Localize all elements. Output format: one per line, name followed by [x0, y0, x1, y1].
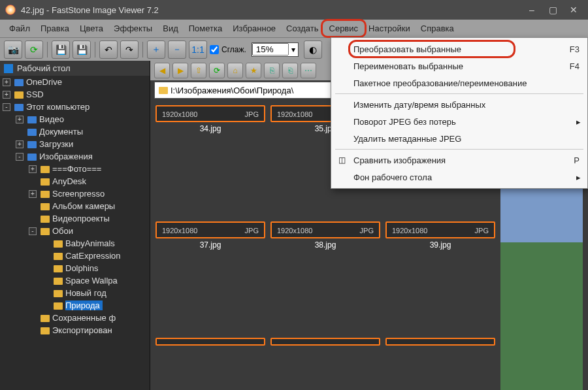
zoom-select[interactable]: ▾ — [252, 42, 299, 57]
expand-toggle[interactable]: + — [29, 190, 37, 198]
tree-item-label: Альбом камеры — [52, 201, 115, 211]
tree-item[interactable]: CatExpression — [0, 250, 150, 262]
menu-справка[interactable]: Справка — [416, 21, 459, 36]
nav-home-button[interactable]: ⌂ — [227, 63, 243, 78]
menu-item-label: Пакетное преобразование/переименование — [353, 78, 527, 88]
menu-файл[interactable]: Файл — [4, 21, 35, 36]
tree-item[interactable]: -Этот компьютер — [0, 101, 150, 113]
nav-up-button[interactable]: ⇧ — [191, 63, 206, 78]
tree-item[interactable]: Space Wallpa — [0, 274, 150, 287]
expand-toggle[interactable]: - — [16, 153, 24, 161]
tree-header[interactable]: Рабочий стол — [0, 61, 150, 76]
tree-item[interactable]: +Screenpresso — [0, 187, 150, 200]
menu-item[interactable]: Пакетное преобразование/переименование — [331, 74, 587, 91]
menu-item[interactable]: Преобразовать выбранныеF3 — [331, 41, 587, 57]
menu-item[interactable]: Переименовать выбранныеF4 — [331, 57, 587, 74]
menu-правка[interactable]: Правка — [35, 21, 74, 36]
tree-item[interactable]: Альбом камеры — [0, 200, 150, 212]
nav-fwd-button[interactable]: ▶ — [172, 63, 188, 78]
menu-item[interactable]: ◫Сравнить изображенияP — [331, 152, 587, 169]
zoom-value[interactable] — [252, 43, 289, 56]
menu-пометка[interactable]: Пометка — [184, 21, 227, 36]
nav-paste-button[interactable]: ⎗ — [282, 63, 298, 78]
menu-вид[interactable]: Вид — [157, 21, 184, 36]
thumbnail-item[interactable] — [270, 338, 380, 390]
tree-item[interactable]: AnyDesk — [0, 175, 150, 187]
expand-toggle[interactable]: + — [29, 165, 37, 173]
expand-toggle[interactable]: + — [16, 116, 24, 123]
thumbnail-item[interactable]: 1920x1080JPG39.jpg — [385, 221, 495, 333]
tree-item[interactable]: -Обои — [0, 225, 150, 237]
expand-toggle[interactable]: - — [29, 227, 37, 235]
tree-item[interactable]: BabyAnimals — [0, 237, 150, 250]
tree-item[interactable]: +SSD — [0, 88, 150, 101]
thumbnail-item[interactable]: 1920x1080JPG38.jpg — [270, 221, 380, 333]
tree-item[interactable]: Природа — [0, 299, 150, 312]
menu-эффекты[interactable]: Эффекты — [108, 21, 157, 36]
tree-item[interactable]: Dolphins — [0, 262, 150, 274]
zoom-slider-button[interactable]: ◐ — [304, 41, 322, 59]
tree-item-label: Документы — [39, 127, 83, 137]
tree-item[interactable]: +===Фото=== — [0, 163, 150, 175]
redo-button[interactable]: ↷ — [120, 41, 139, 59]
menu-цвета[interactable]: Цвета — [74, 21, 108, 36]
folder-tree[interactable]: Рабочий стол +OneDrive+SSD-Этот компьюте… — [0, 61, 150, 390]
menu-создать[interactable]: Создать — [281, 21, 323, 36]
tree-item-label: CatExpression — [65, 251, 121, 261]
menu-item-label: Фон рабочего стола — [353, 172, 432, 182]
fit-button[interactable]: 1:1 — [189, 41, 207, 59]
menu-item-shortcut: P — [574, 155, 580, 165]
tree-item[interactable]: Новый год — [0, 287, 150, 299]
reload-button[interactable]: ⟳ — [25, 41, 43, 59]
nav-more-button[interactable]: ⋯ — [301, 63, 316, 78]
expand-toggle[interactable]: + — [3, 91, 10, 99]
undo-button[interactable]: ↶ — [99, 41, 118, 59]
window-controls: – ▢ ✕ — [523, 3, 583, 16]
zoom-out-button[interactable]: － — [168, 41, 186, 59]
folder-icon — [14, 79, 24, 86]
zoom-in-button[interactable]: ＋ — [147, 41, 165, 59]
thumbnail-item[interactable]: 1920x1080JPG37.jpg — [155, 221, 265, 333]
nav-refresh-button[interactable]: ⟳ — [209, 63, 225, 78]
smooth-check-input[interactable] — [210, 45, 219, 54]
expand-toggle[interactable]: + — [16, 140, 24, 148]
nav-fav-button[interactable]: ★ — [246, 63, 261, 78]
menu-item[interactable]: Фон рабочего стола — [331, 169, 587, 186]
minimize-button[interactable]: – — [523, 3, 541, 16]
expand-toggle[interactable]: + — [3, 78, 10, 86]
menu-item[interactable]: Удалить метаданные JPEG — [331, 130, 587, 147]
tree-item[interactable]: +Загрузки — [0, 138, 150, 150]
menu-сервис[interactable]: Сервис — [324, 21, 364, 36]
thumbnail-item[interactable] — [385, 338, 495, 390]
menu-item[interactable]: Изменить дату/время выбранных — [331, 96, 587, 113]
folder-icon — [54, 302, 63, 310]
menu-item-shortcut: F3 — [570, 44, 580, 54]
maximize-button[interactable]: ▢ — [544, 3, 562, 16]
tree-item[interactable]: Экспортирован — [0, 324, 150, 336]
tree-item-label: Изображения — [39, 152, 93, 161]
menu-item-icon: ◫ — [336, 155, 347, 165]
smooth-label: Сглаж. — [221, 45, 246, 54]
save-button[interactable]: 💾 — [52, 41, 70, 59]
thumbnail-item[interactable]: 1920x1080JPG34.jpg — [155, 105, 265, 216]
menu-избранное[interactable]: Избранное — [227, 21, 281, 36]
tree-item[interactable]: +Видео — [0, 113, 150, 125]
nav-copy-button[interactable]: ⎘ — [264, 63, 280, 78]
nav-back-button[interactable]: ◀ — [154, 63, 170, 78]
thumbnail-item[interactable] — [155, 338, 265, 390]
acquire-button[interactable]: 📷 — [4, 41, 22, 59]
smooth-checkbox[interactable]: Сглаж. — [210, 45, 246, 54]
menu-настройки[interactable]: Настройки — [363, 21, 416, 36]
tree-item[interactable]: +OneDrive — [0, 76, 150, 88]
tree-item[interactable]: Видеопроекты — [0, 212, 150, 225]
expand-toggle[interactable]: - — [3, 103, 10, 111]
tree-item[interactable]: Сохраненные ф — [0, 312, 150, 324]
service-menu-dropdown[interactable]: Преобразовать выбранныеF3Переименовать в… — [331, 37, 588, 189]
save-as-button[interactable]: 💾 — [73, 41, 91, 59]
tree-item-label: Видеопроекты — [52, 214, 110, 223]
tree-item[interactable]: Документы — [0, 125, 150, 138]
dropdown-icon[interactable]: ▾ — [289, 45, 298, 54]
tree-item[interactable]: -Изображения — [0, 150, 150, 163]
close-button[interactable]: ✕ — [564, 3, 583, 16]
menu-item[interactable]: Поворот JPEG без потерь — [331, 113, 587, 130]
